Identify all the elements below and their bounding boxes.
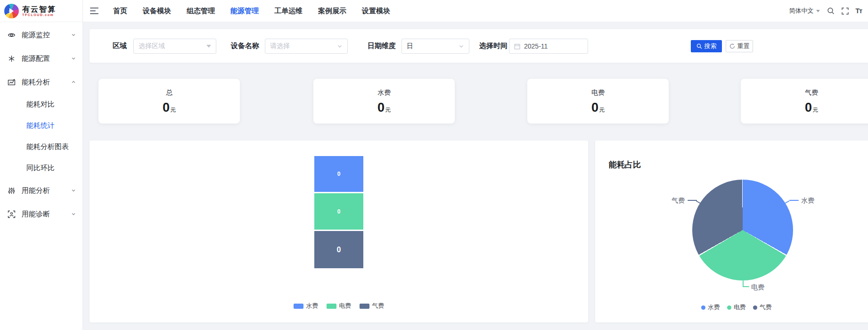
brand-name: 有云智算 xyxy=(22,5,56,13)
topbar: 有云智算 TFCLOUD.com 首页 设备模块 组态管理 能源管理 工单运维 … xyxy=(0,0,868,22)
stat-number: 0 xyxy=(163,100,170,115)
tab-case-showcase[interactable]: 案例展示 xyxy=(318,7,346,16)
sidebar-item-usage-diagnosis[interactable]: 用能诊断 xyxy=(0,202,82,226)
pie-chart[interactable] xyxy=(692,180,793,280)
logo-arrow-glyph xyxy=(4,4,19,18)
stat-card-water: 水费 0元 xyxy=(313,79,455,124)
sliders-icon xyxy=(8,187,16,195)
legend-label: 气费 xyxy=(760,303,772,312)
chevron-down-icon xyxy=(71,33,76,37)
region-placeholder: 选择区域 xyxy=(139,42,165,50)
top-nav: 首页 设备模块 组态管理 能源管理 工单运维 案例展示 设置模块 xyxy=(113,7,390,16)
search-button[interactable]: 搜索 xyxy=(691,40,722,52)
chart-pencil-icon xyxy=(8,78,16,86)
sidebar-item-energy-config[interactable]: 能源配置 xyxy=(0,47,82,70)
tab-energy-management[interactable]: 能源管理 xyxy=(230,7,259,16)
pie-chart-panel: 能耗占比 气费 水费 电费 水费 电费 xyxy=(595,140,868,322)
search-icon xyxy=(696,43,702,49)
pie-callout-electric: 电费 xyxy=(751,283,764,292)
sidebar-item-yoy-mom[interactable]: 同比环比 xyxy=(0,157,82,179)
brand-text: 有云智算 TFCLOUD.com xyxy=(22,5,56,16)
bar-segment-value: 0 xyxy=(337,246,341,254)
bar-segment-value: 0 xyxy=(337,171,341,177)
person-scan-icon xyxy=(8,210,16,218)
bar-segment-water[interactable]: 0 xyxy=(314,156,363,192)
legend-item-electric[interactable]: 电费 xyxy=(727,303,746,312)
tab-settings-module[interactable]: 设置模块 xyxy=(362,7,390,16)
bar-segment-electric[interactable]: 0 xyxy=(314,193,363,230)
sidebar-subitem-label: 同比环比 xyxy=(26,164,55,173)
stat-unit: 元 xyxy=(599,107,605,113)
collapse-sidebar-icon[interactable] xyxy=(90,8,99,14)
chevron-down-icon xyxy=(71,188,76,193)
config-asterisk-icon xyxy=(8,55,16,63)
date-dimension-label: 日期维度 xyxy=(368,29,396,63)
legend-item-gas[interactable]: 气费 xyxy=(753,303,772,312)
stacked-bar-chart-panel: 0 0 0 水费 电费 气 xyxy=(90,140,588,322)
legend-label: 水费 xyxy=(306,302,319,310)
device-select[interactable]: 请选择 xyxy=(265,39,348,54)
legend-item-water[interactable]: 水费 xyxy=(294,302,319,310)
tab-device-module[interactable]: 设备模块 xyxy=(143,7,171,16)
legend-label: 气费 xyxy=(372,302,385,310)
stat-value: 0元 xyxy=(313,100,455,115)
time-picker[interactable]: 2025-11 xyxy=(509,39,588,54)
chevron-down-icon xyxy=(206,45,211,48)
legend-dot xyxy=(701,305,705,310)
stat-label: 水费 xyxy=(313,89,455,97)
bar-segment-gas[interactable]: 0 xyxy=(314,231,363,268)
legend-dot xyxy=(753,305,757,310)
reset-button[interactable]: 重置 xyxy=(726,40,753,52)
search-icon[interactable] xyxy=(827,7,835,15)
stat-card-gas: 气费 0元 xyxy=(741,79,868,124)
stat-label: 气费 xyxy=(741,89,868,97)
stat-label: 总 xyxy=(98,89,240,97)
stat-card-electric: 电费 0元 xyxy=(527,79,669,124)
legend-dot xyxy=(727,305,731,310)
stacked-bar: 0 0 0 xyxy=(314,156,363,268)
eye-icon xyxy=(8,31,16,39)
sidebar-item-energy-compare[interactable]: 能耗对比 xyxy=(0,94,82,115)
pie-callout-water: 水费 xyxy=(801,197,814,205)
calendar-icon xyxy=(514,43,520,50)
chevron-down-icon xyxy=(71,212,76,216)
language-label: 简体中文 xyxy=(789,7,814,15)
font-size-icon[interactable]: Tᴛ xyxy=(856,7,862,15)
sidebar-item-usage-analysis[interactable]: 用能分析 xyxy=(0,179,82,202)
logo-icon xyxy=(4,4,19,18)
pie-chart-title: 能耗占比 xyxy=(609,159,641,170)
tab-work-order[interactable]: 工单运维 xyxy=(274,7,303,16)
time-value: 2025-11 xyxy=(524,42,548,50)
sidebar-subitem-label: 能耗统计 xyxy=(26,121,55,130)
stat-number: 0 xyxy=(377,100,385,115)
sidebar-item-energy-analysis[interactable]: 能耗分析 xyxy=(0,70,82,94)
legend-item-electric[interactable]: 电费 xyxy=(327,302,352,310)
chevron-down-icon xyxy=(71,56,76,61)
sidebar-item-energy-analysis-charts[interactable]: 能耗分析图表 xyxy=(0,136,82,157)
legend-label: 水费 xyxy=(708,303,720,312)
topbar-actions: 简体中文 Tᴛ xyxy=(789,7,868,15)
logo[interactable]: 有云智算 TFCLOUD.com xyxy=(0,0,83,22)
brand-subtitle: TFCLOUD.com xyxy=(22,13,56,16)
legend-item-water[interactable]: 水费 xyxy=(701,303,720,312)
region-select[interactable]: 选择区域 xyxy=(133,39,216,54)
select-time-label: 选择时间 xyxy=(479,29,508,63)
language-selector[interactable]: 简体中文 xyxy=(789,7,820,15)
stat-label: 电费 xyxy=(527,89,669,97)
sidebar-item-energy-monitor[interactable]: 能源监控 xyxy=(0,23,82,47)
legend-item-gas[interactable]: 气费 xyxy=(360,302,385,310)
fullscreen-icon[interactable] xyxy=(842,8,849,15)
tab-home[interactable]: 首页 xyxy=(113,7,127,16)
sidebar: 能源监控 能源配置 能耗分析 xyxy=(0,22,83,330)
sidebar-item-label: 用能分析 xyxy=(22,186,50,195)
tab-scada-management[interactable]: 组态管理 xyxy=(187,7,215,16)
pie-legend: 水费 电费 气费 xyxy=(595,303,868,312)
sidebar-item-label: 能源配置 xyxy=(22,54,50,63)
sidebar-item-energy-statistics[interactable]: 能耗统计 xyxy=(0,115,82,136)
sidebar-subitem-label: 能耗对比 xyxy=(26,100,55,109)
legend-swatch xyxy=(360,304,369,309)
date-dimension-select[interactable]: 日 xyxy=(401,39,469,54)
pie-callout-line xyxy=(789,200,799,201)
bar-legend: 水费 电费 气费 xyxy=(90,302,588,310)
date-dimension-value: 日 xyxy=(407,42,413,50)
